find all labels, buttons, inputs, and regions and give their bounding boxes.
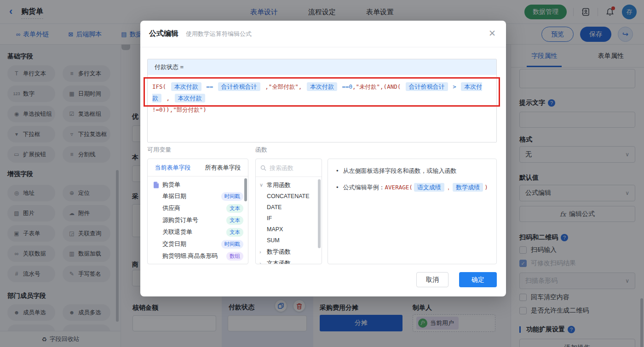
chevron-right-icon: ›: [259, 249, 264, 255]
tab-all-form-fields[interactable]: 所有表单字段: [198, 159, 248, 176]
variable-row[interactable]: 交货日期时间戳: [148, 238, 248, 250]
type-badge: 文本: [226, 216, 243, 225]
functions-panel: ∨常用函数 CONCATENATE DATE IF MAPX SUM ›数学函数…: [255, 159, 322, 264]
field-chip: 语文成绩: [414, 183, 444, 192]
hint-line-2: • 公式编辑举例：AVERAGE(语文成绩，数学成绩): [336, 183, 488, 192]
formula-editor[interactable]: 付款状态 = IFS( 本次付款 == 合计价税合计 ,"全部付款", 本次付款…: [147, 59, 497, 142]
formula-line-1: IFS( 本次付款 == 合计价税合计 ,"全部付款", 本次付款 ==0,"未…: [152, 81, 492, 104]
field-chip: 数学成绩: [453, 183, 483, 192]
close-icon[interactable]: ✕: [489, 29, 496, 38]
variable-row[interactable]: 源购货订单号文本: [148, 214, 248, 226]
modal-header: 公式编辑 使用数学运算符编辑公式 ✕: [140, 21, 506, 47]
function-search-input[interactable]: [270, 165, 311, 171]
type-badge: 文本: [226, 228, 243, 237]
hint-line-1: • 从左侧面板选择字段名和函数，或输入函数: [336, 166, 488, 176]
function-group-common[interactable]: ∨常用函数: [256, 179, 322, 191]
formula-edit-modal: 公式编辑 使用数学运算符编辑公式 ✕ 付款状态 = IFS( 本次付款 == 合…: [140, 21, 506, 296]
document-icon: [153, 182, 159, 188]
function-item[interactable]: IF: [256, 213, 322, 224]
chevron-right-icon: ›: [259, 261, 264, 265]
bullet-icon: •: [336, 183, 339, 192]
bullet-icon: •: [336, 166, 339, 176]
variables-scrollbar[interactable]: [244, 178, 247, 201]
functions-section-label: 函数: [255, 146, 267, 154]
variable-row[interactable]: 供应商文本: [148, 202, 248, 214]
cancel-button[interactable]: 取消: [416, 272, 448, 287]
variables-panel: 当前表单字段 所有表单字段 购货单 单据日期时间戳 供应商文本 源购货订单号文本…: [147, 159, 248, 264]
function-item[interactable]: DATE: [256, 202, 322, 213]
function-group-math[interactable]: ›数学函数: [256, 246, 322, 257]
modal-subtitle: 使用数学运算符编辑公式: [186, 30, 252, 38]
field-chip[interactable]: 本次付款: [171, 82, 201, 91]
search-icon: [260, 165, 266, 171]
type-badge: 数组: [226, 252, 243, 261]
chevron-down-icon: ∨: [259, 182, 264, 188]
confirm-button[interactable]: 确定: [459, 272, 497, 287]
form-root-node[interactable]: 购货单: [148, 176, 248, 190]
modal-title: 公式编辑: [149, 29, 178, 39]
functions-scrollbar[interactable]: [318, 179, 321, 248]
formula-target: 付款状态 =: [148, 59, 496, 75]
variable-row[interactable]: 购货明细.商品条形码数组: [148, 250, 248, 262]
variable-row[interactable]: 关联退货单文本: [148, 226, 248, 238]
tab-current-form-fields[interactable]: 当前表单字段: [148, 159, 198, 176]
type-badge: 时间戳: [221, 192, 244, 201]
function-item[interactable]: SUM: [256, 235, 322, 246]
function-search[interactable]: [256, 159, 322, 177]
function-item[interactable]: CONCATENATE: [256, 191, 322, 202]
type-badge: 时间戳: [221, 240, 244, 249]
formula-line-2: !=0)),"部分付款"): [152, 104, 492, 115]
field-chip[interactable]: 合计价税合计: [406, 82, 448, 91]
function-group-text[interactable]: ›文本函数: [256, 257, 322, 264]
field-chip[interactable]: 本次付款: [175, 94, 205, 102]
field-chip[interactable]: 本次付款: [307, 82, 337, 91]
formula-code[interactable]: IFS( 本次付款 == 合计价税合计 ,"全部付款", 本次付款 ==0,"未…: [148, 75, 496, 121]
variables-section-label: 可用变量: [147, 146, 171, 154]
type-badge: 文本: [226, 204, 243, 213]
hints-panel: • 从左侧面板选择字段名和函数，或输入函数 • 公式编辑举例：AVERAGE(语…: [328, 159, 497, 264]
variable-row[interactable]: 单据日期时间戳: [148, 190, 248, 202]
function-item[interactable]: MAPX: [256, 224, 322, 235]
field-chip[interactable]: 合计价税合计: [218, 82, 260, 91]
